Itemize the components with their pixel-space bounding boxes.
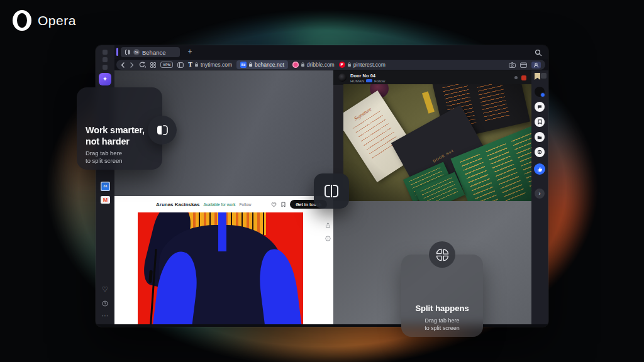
rail-tools-button[interactable] xyxy=(535,147,545,157)
work-smarter-title: Work smarter, not harder xyxy=(86,125,145,147)
tab-split-icon xyxy=(125,49,131,55)
aria-ai-icon[interactable]: ✦ xyxy=(99,73,111,85)
site-chip-nytimes[interactable]: T tnytimes.com xyxy=(188,62,232,68)
opera-brand: Opera xyxy=(13,10,76,31)
split-left-drop-badge[interactable] xyxy=(148,116,177,145)
back-icon[interactable] xyxy=(121,62,125,68)
artwork-illustration xyxy=(138,212,303,324)
rail-message-button[interactable] xyxy=(535,102,545,112)
address-toolbar: VPN T tnytimes.com Bē behance.net dribbl… xyxy=(116,60,545,70)
project-title: Door No 04 xyxy=(350,73,385,79)
project-header: Door No 04 HUMAN Follow xyxy=(333,70,531,85)
site-chip-pinterest[interactable]: P pinterest.com xyxy=(339,62,386,68)
like-heart-icon[interactable] xyxy=(271,202,277,207)
split-quad-drop-badge[interactable] xyxy=(429,241,455,268)
new-tab-button[interactable]: + xyxy=(185,47,195,57)
expand-icon[interactable] xyxy=(541,73,547,79)
artwork-blue-right xyxy=(256,247,303,324)
split-happens-subtitle: Drag tab here to split screen xyxy=(401,317,483,332)
split-quad-icon xyxy=(435,248,450,262)
opera-logo-icon xyxy=(13,10,31,31)
photo-vignette xyxy=(343,84,531,201)
lock-icon xyxy=(301,62,305,67)
behance-action-rail: › xyxy=(531,70,548,324)
workspace-icon-3[interactable] xyxy=(103,65,108,70)
share-icon[interactable] xyxy=(325,222,331,228)
profile-header: Arunas Kacinskas Available for work Foll… xyxy=(114,196,333,212)
rail-folder-button[interactable] xyxy=(535,132,545,142)
panel-icon[interactable] xyxy=(177,62,184,68)
lock-icon xyxy=(347,62,352,67)
nytimes-favicon: T xyxy=(188,62,192,68)
favorites-heart-icon[interactable]: ♡ xyxy=(96,285,114,293)
history-clock-icon[interactable] xyxy=(96,300,114,307)
workspace-icon-2[interactable] xyxy=(103,57,108,62)
tab-label: Behance xyxy=(142,49,166,56)
lock-icon xyxy=(248,62,253,67)
rail-follow-avatar[interactable] xyxy=(535,87,545,97)
follow-link[interactable]: Follow xyxy=(240,202,252,207)
split-happens-card[interactable]: Split happens Drag tab here to split scr… xyxy=(401,255,483,337)
tab-behance[interactable]: Bē Behance xyxy=(121,47,180,57)
lock-icon xyxy=(194,62,199,67)
vpn-badge[interactable]: VPN xyxy=(160,62,173,68)
rail-appreciate-button[interactable] xyxy=(534,163,545,175)
site-chip-dribbble[interactable]: dribble.com xyxy=(292,62,335,68)
rail-next-button[interactable]: › xyxy=(535,189,545,199)
split-happens-title: Split happens xyxy=(401,304,483,313)
project-photo: Signature DOOR No4 xyxy=(343,84,531,201)
author-name: Arunas Kacinskas xyxy=(156,202,199,207)
site-chip-label: dribble.com xyxy=(307,62,335,68)
studio-name[interactable]: HUMAN xyxy=(350,79,364,83)
red-app-icon[interactable] xyxy=(521,75,526,80)
header-dot-icon xyxy=(514,76,518,79)
active-tab-indicator xyxy=(116,48,118,56)
split-screen-center-badge[interactable] xyxy=(314,173,349,209)
site-chip-label: pinterest.com xyxy=(353,62,386,68)
split-left-icon xyxy=(157,125,168,135)
availability-label[interactable]: Available for work xyxy=(203,202,235,207)
behance-profile-page: Arunas Kacinskas Available for work Foll… xyxy=(114,196,333,324)
artwork-strap xyxy=(218,212,226,251)
project-follow-link[interactable]: Follow xyxy=(374,79,385,83)
site-chip-label: behance.net xyxy=(255,62,284,68)
reload-icon[interactable] xyxy=(138,62,146,68)
work-smarter-subtitle: Drag tab here to split screen xyxy=(86,150,123,165)
split-screen-icon xyxy=(323,184,340,198)
dribbble-favicon xyxy=(292,62,299,68)
profile-icon[interactable] xyxy=(531,62,541,69)
site-chip-behance[interactable]: Bē behance.net xyxy=(236,60,288,69)
site-chip-label: tnytimes.com xyxy=(201,62,232,68)
sidebar-more-icon[interactable]: ⋯ xyxy=(96,312,114,320)
save-bookmark-icon[interactable] xyxy=(534,72,541,83)
search-icon[interactable] xyxy=(535,48,542,59)
pinterest-favicon: P xyxy=(339,62,345,68)
wallet-icon[interactable] xyxy=(520,62,527,68)
snapshot-camera-icon[interactable] xyxy=(509,62,516,68)
work-smarter-card[interactable]: Work smarter, not harder Drag tab here t… xyxy=(77,87,162,170)
studio-badge xyxy=(366,79,372,83)
behance-favicon: Bē xyxy=(133,49,140,55)
forward-icon[interactable] xyxy=(130,62,134,68)
gmail-icon[interactable]: M xyxy=(101,196,110,204)
bookmark-icon[interactable] xyxy=(281,202,286,207)
info-icon[interactable] xyxy=(325,236,331,241)
opera-brand-name: Opera xyxy=(38,13,76,28)
project-avatar xyxy=(338,74,347,82)
workspace-icon-1[interactable] xyxy=(103,50,108,55)
behance-favicon: Bē xyxy=(240,62,247,68)
tab-strip: Bē Behance + xyxy=(114,45,548,59)
rail-save-button[interactable] xyxy=(535,117,545,127)
marketing-stage: Opera ✦ 31 M ♡ ⋯ Bē Behance + xyxy=(0,0,644,362)
google-calendar-icon[interactable]: 31 xyxy=(101,182,110,191)
speed-dial-grid-icon[interactable] xyxy=(150,62,156,68)
